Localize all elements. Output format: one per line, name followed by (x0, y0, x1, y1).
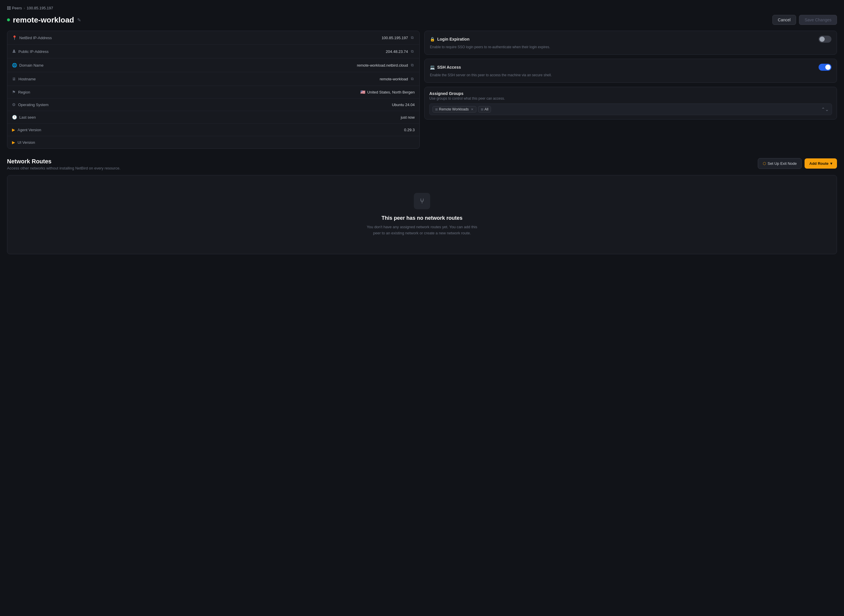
hostname-value: remote-workload (380, 77, 408, 81)
group-tag-all-icon: ⊞ (481, 107, 483, 111)
public-ip-label: Public IP-Address (18, 49, 48, 54)
peer-name: remote-workload (13, 16, 74, 25)
add-route-label: Add Route (809, 161, 828, 166)
login-exp-desc: Enable to require SSO login peers to re-… (430, 44, 831, 50)
agent-version-label: Agent Version (18, 128, 41, 132)
region-label: Region (18, 90, 30, 94)
region-flag: 🇺🇸 (360, 90, 365, 94)
svg-rect-0 (7, 6, 9, 8)
breadcrumb-current: 100.85.195.197 (26, 6, 53, 10)
groups-input[interactable]: ⊞ Remote Workloads ✕ ⊞ All ⌃⌄ (429, 103, 832, 115)
login-exp-title: Login Expiration (437, 37, 469, 41)
table-row: 🕐 Last seen just now (7, 111, 419, 123)
exit-node-label: Set Up Exit Node (768, 161, 797, 166)
add-route-button[interactable]: Add Route ▾ (804, 158, 837, 169)
ssh-desc: Enable the SSH server on this peer to ac… (430, 72, 831, 78)
add-route-chevron-icon: ▾ (830, 161, 832, 166)
agent-version-icon: ▶ (12, 128, 15, 132)
group-tag-remove-remote-workloads[interactable]: ✕ (471, 107, 474, 111)
hostname-label: Hostname (18, 77, 36, 81)
table-row: 🖥 Hostname remote-workload ⧉ (7, 72, 419, 86)
login-expiration-card: 🔒 Login Expiration Enable to require SSO… (424, 31, 837, 55)
breadcrumb: Peers › 100.85.195.197 (7, 6, 837, 10)
last-seen-value: just now (401, 115, 415, 120)
status-dot (7, 18, 10, 21)
routes-desc: Access other networks without installing… (7, 166, 120, 170)
region-icon: ⚑ (12, 90, 16, 94)
os-label: Operating System (18, 103, 48, 107)
last-seen-icon: 🕐 (12, 115, 17, 120)
ssh-access-toggle[interactable] (819, 64, 831, 71)
groups-tags: ⊞ Remote Workloads ✕ ⊞ All (433, 106, 491, 113)
routes-title: Network Routes (7, 158, 120, 165)
table-row: ▶ Agent Version 0.29.3 (7, 123, 419, 136)
group-tag-label: Remote Workloads (439, 107, 469, 111)
group-tag-all: ⊞ All (478, 106, 491, 113)
groups-chevron-icon: ⌃⌄ (821, 107, 829, 112)
breadcrumb-separator: › (23, 6, 25, 10)
edit-icon[interactable]: ✎ (77, 17, 81, 23)
svg-rect-2 (7, 8, 9, 10)
table-row: Public IP-Address 204.48.23.74 ⧉ (7, 45, 419, 59)
ui-version-icon: ▶ (12, 140, 15, 145)
public-ip-value: 204.48.23.74 (386, 49, 408, 54)
table-row: ⚑ Region 🇺🇸 United States, North Bergen (7, 86, 419, 98)
cancel-button[interactable]: Cancel (772, 15, 796, 25)
netbird-ip-label: NetBird IP-Address (19, 36, 52, 40)
group-tag-remote-workloads: ⊞ Remote Workloads ✕ (433, 106, 476, 113)
routes-actions: ⬡ Set Up Exit Node Add Route ▾ (758, 158, 837, 169)
netbird-ip-value: 100.85.195.197 (382, 36, 408, 40)
ssh-access-card: 💻 SSH Access Enable the SSH server on th… (424, 59, 837, 83)
header-actions: Cancel Save Changes (772, 15, 837, 25)
routes-empty-icon-wrap: ⑂ (414, 193, 430, 209)
peer-info-table: 📍 NetBird IP-Address 100.85.195.197 ⧉ Pu… (7, 31, 420, 149)
routes-empty-card: ⑂ This peer has no network routes You do… (7, 175, 837, 254)
table-row: 📍 NetBird IP-Address 100.85.195.197 ⧉ (7, 31, 419, 45)
groups-desc: Use groups to control what this peer can… (429, 97, 832, 101)
domain-copy[interactable]: ⧉ (410, 62, 415, 68)
domain-icon: 🌐 (12, 63, 17, 67)
routes-empty-desc: You don't have any assigned network rout… (367, 224, 477, 236)
routes-header-left: Network Routes Access other networks wit… (7, 158, 120, 170)
save-changes-button[interactable]: Save Changes (799, 15, 837, 25)
domain-value: remote-workload.netbird.cloud (357, 63, 408, 67)
public-ip-copy[interactable]: ⧉ (410, 48, 415, 54)
svg-rect-3 (9, 8, 10, 10)
routes-empty-title: This peer has no network routes (382, 215, 462, 221)
peer-title-row: remote-workload ✎ (7, 16, 81, 25)
hostname-copy[interactable]: ⧉ (410, 76, 415, 82)
exit-node-icon: ⬡ (763, 161, 766, 166)
ssh-title: SSH Access (437, 65, 461, 70)
ui-version-label: UI Version (18, 140, 35, 145)
login-expiration-toggle[interactable] (819, 36, 831, 43)
os-icon: ⚙ (12, 102, 16, 107)
table-row: ⚙ Operating System Ubuntu 24.04 (7, 98, 419, 111)
routes-empty-icon: ⑂ (420, 197, 424, 205)
login-exp-icon: 🔒 (430, 37, 435, 41)
table-row: ▶ UI Version (7, 136, 419, 148)
agent-version-value: 0.29.3 (404, 128, 415, 132)
svg-rect-1 (9, 6, 10, 8)
hostname-icon: 🖥 (12, 76, 16, 81)
groups-title: Assigned Groups (429, 91, 832, 96)
assigned-groups-section: Assigned Groups Use groups to control wh… (424, 87, 837, 120)
breadcrumb-peers-link[interactable]: Peers (7, 6, 22, 10)
right-panel: 🔒 Login Expiration Enable to require SSO… (424, 31, 837, 149)
table-row: 🌐 Domain Name remote-workload.netbird.cl… (7, 59, 419, 72)
domain-label: Domain Name (19, 63, 44, 67)
last-seen-label: Last seen (19, 115, 36, 120)
region-value: United States, North Bergen (367, 90, 415, 94)
netbird-ip-copy[interactable]: ⧉ (410, 35, 415, 41)
ssh-icon: 💻 (430, 65, 435, 70)
os-value: Ubuntu 24.04 (392, 103, 415, 107)
group-tag-icon: ⊞ (435, 107, 438, 111)
netbird-ip-icon: 📍 (12, 35, 17, 40)
exit-node-button[interactable]: ⬡ Set Up Exit Node (758, 158, 802, 169)
network-routes-section: Network Routes Access other networks wit… (7, 158, 837, 254)
svg-point-4 (13, 49, 15, 51)
group-tag-all-label: All (484, 107, 488, 111)
public-ip-icon (12, 49, 16, 54)
